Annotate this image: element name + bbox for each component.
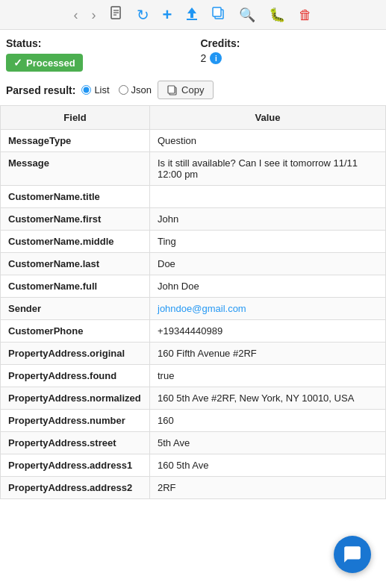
value-cell: Doe bbox=[150, 253, 386, 275]
delete-button[interactable]: 🗑 bbox=[296, 7, 315, 23]
status-row: Status: ✓ Processed Credits: 2 i bbox=[0, 30, 386, 76]
value-cell: Is it still available? Can I see it tomo… bbox=[150, 152, 386, 186]
table-row: CustomerName.middleTing bbox=[1, 231, 386, 253]
toolbar: ‹ › ↻ + 🔍 🐛 🗑 bbox=[0, 0, 386, 30]
data-table: Field Value MessageTypeQuestionMessageIs… bbox=[0, 105, 386, 499]
table-row: PropertyAddress.original160 Fifth Avenue… bbox=[1, 343, 386, 365]
value-cell: Question bbox=[150, 130, 386, 152]
radio-list-input[interactable] bbox=[81, 85, 91, 95]
forward-button[interactable]: › bbox=[89, 7, 99, 23]
credits-label: Credits: bbox=[201, 37, 381, 49]
table-row: Senderjohndoe@gmail.com bbox=[1, 298, 386, 320]
email-link[interactable]: johndoe@gmail.com bbox=[158, 303, 246, 314]
value-cell: johndoe@gmail.com bbox=[150, 298, 386, 320]
table-row: CustomerName.firstJohn bbox=[1, 208, 386, 231]
value-cell bbox=[150, 186, 386, 208]
svg-rect-8 bbox=[213, 7, 221, 16]
info-icon[interactable]: i bbox=[210, 52, 222, 64]
table-row: PropertyAddress.foundtrue bbox=[1, 365, 386, 387]
credits-value: 2 i bbox=[201, 52, 381, 64]
value-cell: 5th Ave bbox=[150, 432, 386, 454]
field-cell: CustomerName.first bbox=[1, 208, 150, 231]
upload-button[interactable] bbox=[182, 4, 202, 25]
chat-bubble[interactable] bbox=[334, 536, 371, 573]
status-badge-text: Processed bbox=[26, 57, 75, 69]
copy-toolbar-button[interactable] bbox=[209, 5, 228, 24]
value-cell: 2RF bbox=[150, 477, 386, 499]
refresh-button[interactable]: ↻ bbox=[134, 6, 152, 24]
table-row: CustomerName.title bbox=[1, 186, 386, 208]
field-cell: PropertyAddress.number bbox=[1, 410, 150, 432]
copy-button[interactable]: Copy bbox=[158, 81, 214, 99]
table-row: PropertyAddress.address1160 5th Ave bbox=[1, 454, 386, 477]
field-cell: PropertyAddress.address1 bbox=[1, 454, 150, 477]
table-row: PropertyAddress.normalized160 5th Ave #2… bbox=[1, 387, 386, 410]
value-cell: 160 5th Ave bbox=[150, 454, 386, 477]
parsed-result-label: Parsed result: bbox=[6, 84, 75, 96]
svg-marker-4 bbox=[187, 7, 196, 13]
value-cell: John Doe bbox=[150, 275, 386, 298]
table-scroll-container[interactable]: Field Value MessageTypeQuestionMessageIs… bbox=[0, 105, 386, 499]
svg-rect-6 bbox=[187, 19, 197, 20]
field-cell: CustomerName.title bbox=[1, 186, 150, 208]
field-cell: MessageType bbox=[1, 130, 150, 152]
radio-json-input[interactable] bbox=[119, 85, 128, 95]
radio-group: List Json bbox=[81, 84, 152, 96]
table-row: CustomerName.lastDoe bbox=[1, 253, 386, 275]
chat-icon bbox=[343, 545, 362, 564]
table-row: MessageTypeQuestion bbox=[1, 130, 386, 152]
svg-rect-10 bbox=[168, 86, 175, 93]
add-button[interactable]: + bbox=[160, 5, 175, 25]
field-cell: PropertyAddress.original bbox=[1, 343, 150, 365]
value-cell: true bbox=[150, 365, 386, 387]
table-row: CustomerName.fullJohn Doe bbox=[1, 275, 386, 298]
table-row: PropertyAddress.number160 bbox=[1, 410, 386, 432]
table-row: PropertyAddress.address22RF bbox=[1, 477, 386, 499]
value-cell: John bbox=[150, 208, 386, 231]
value-cell: Ting bbox=[150, 231, 386, 253]
radio-json-option[interactable]: Json bbox=[119, 84, 152, 96]
value-cell: 160 bbox=[150, 410, 386, 432]
parsed-result-row: Parsed result: List Json Copy bbox=[0, 76, 386, 105]
status-badge: ✓ Processed bbox=[6, 54, 83, 72]
search-button[interactable]: 🔍 bbox=[236, 7, 258, 23]
field-cell: CustomerName.middle bbox=[1, 231, 150, 253]
document-button[interactable] bbox=[107, 4, 126, 25]
field-cell: Sender bbox=[1, 298, 150, 320]
value-cell: 160 Fifth Avenue #2RF bbox=[150, 343, 386, 365]
field-cell: PropertyAddress.found bbox=[1, 365, 150, 387]
svg-rect-5 bbox=[190, 13, 193, 18]
credits-number: 2 bbox=[201, 52, 207, 64]
radio-json-label: Json bbox=[131, 84, 152, 96]
field-cell: PropertyAddress.normalized bbox=[1, 387, 150, 410]
copy-button-label: Copy bbox=[181, 84, 204, 96]
col-value-header: Value bbox=[150, 106, 386, 130]
field-cell: PropertyAddress.street bbox=[1, 432, 150, 454]
bug-button[interactable]: 🐛 bbox=[266, 7, 288, 23]
check-icon: ✓ bbox=[13, 57, 22, 69]
radio-list-label: List bbox=[94, 84, 109, 96]
field-cell: CustomerPhone bbox=[1, 320, 150, 343]
table-row: MessageIs it still available? Can I see … bbox=[1, 152, 386, 186]
status-label: Status: bbox=[6, 37, 186, 49]
value-cell: +19344440989 bbox=[150, 320, 386, 343]
back-button[interactable]: ‹ bbox=[71, 7, 81, 23]
field-cell: CustomerName.last bbox=[1, 253, 150, 275]
field-cell: Message bbox=[1, 152, 150, 186]
table-row: CustomerPhone+19344440989 bbox=[1, 320, 386, 343]
col-field-header: Field bbox=[1, 106, 150, 130]
copy-icon bbox=[167, 85, 178, 96]
value-cell: 160 5th Ave #2RF, New York, NY 10010, US… bbox=[150, 387, 386, 410]
field-cell: PropertyAddress.address2 bbox=[1, 477, 150, 499]
credits-section: Credits: 2 i bbox=[186, 37, 381, 64]
radio-list-option[interactable]: List bbox=[81, 84, 109, 96]
status-left: Status: ✓ Processed bbox=[6, 37, 186, 72]
field-cell: CustomerName.full bbox=[1, 275, 150, 298]
table-row: PropertyAddress.street5th Ave bbox=[1, 432, 386, 454]
